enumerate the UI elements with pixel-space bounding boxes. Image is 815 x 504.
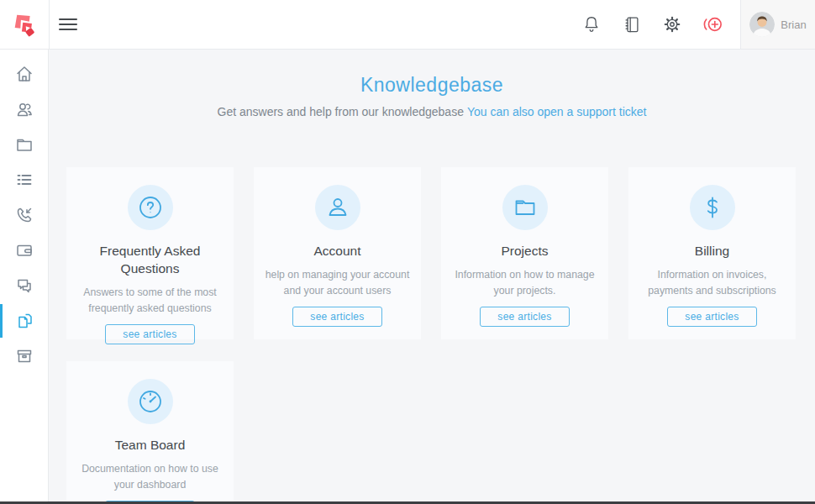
card-description: Information on invoices, payments and su… xyxy=(639,267,785,300)
sidebar-item-calls[interactable] xyxy=(0,197,48,233)
open-support-ticket-link[interactable]: You can also open a support ticket xyxy=(467,105,647,118)
card-title: Account xyxy=(266,243,409,260)
user-name: Brian xyxy=(781,18,806,31)
person-icon xyxy=(325,195,350,220)
top-bar: Brian xyxy=(0,0,815,50)
card-title: Team Board xyxy=(78,437,222,454)
quick-add-button[interactable] xyxy=(698,10,727,39)
menu-toggle-button[interactable] xyxy=(59,18,77,30)
card-faq: Frequently Asked Questions Answers to so… xyxy=(66,167,234,339)
users-icon xyxy=(15,100,34,118)
card-title: Projects xyxy=(453,243,597,260)
sidebar-item-payments[interactable] xyxy=(0,233,48,268)
app-window: Brian xyxy=(0,0,815,504)
card-icon-circle xyxy=(128,185,173,230)
sidebar-item-home[interactable] xyxy=(0,56,48,92)
card-icon-circle xyxy=(502,185,548,230)
card-icon-circle xyxy=(315,185,360,230)
gear-icon xyxy=(663,15,681,34)
see-articles-button-projects[interactable]: see articles xyxy=(480,307,569,327)
wallet-icon xyxy=(15,241,34,260)
avatar xyxy=(749,12,775,37)
sidebar-item-tasks[interactable] xyxy=(0,162,48,197)
card-account: Account help on managing your account an… xyxy=(254,167,421,339)
side-nav xyxy=(0,50,49,504)
card-title: Billing xyxy=(640,243,784,260)
notifications-button[interactable] xyxy=(577,10,606,39)
main-content: Knowledgebase Get answers and help from … xyxy=(49,50,815,504)
sidebar-item-projects[interactable] xyxy=(0,127,48,162)
see-articles-button-faq[interactable]: see articles xyxy=(105,324,194,344)
archive-icon xyxy=(15,347,34,365)
card-description: Information on how to manage your projec… xyxy=(452,267,597,300)
list-icon xyxy=(15,171,34,189)
page-subtitle: Get answers and help from our knowledgeb… xyxy=(49,105,815,118)
sidebar-item-contacts[interactable] xyxy=(0,92,48,127)
sidebar-item-knowledgebase[interactable] xyxy=(0,303,48,339)
folder-icon xyxy=(15,135,34,154)
sidebar-item-messages[interactable] xyxy=(0,268,48,303)
card-icon-circle xyxy=(690,185,735,230)
card-description: Answers to some of the most frequently a… xyxy=(77,285,223,318)
card-team-board: Team Board Documentation on how to use y… xyxy=(66,361,234,504)
brand-logo[interactable] xyxy=(0,0,50,49)
user-menu[interactable]: Brian xyxy=(740,0,815,49)
bell-icon xyxy=(582,15,601,34)
notes-button[interactable] xyxy=(618,10,646,39)
phone-incoming-icon xyxy=(15,206,34,224)
card-description: Documentation on how to use your dashboa… xyxy=(77,461,223,494)
card-title: Frequently Asked Questions xyxy=(78,243,222,278)
page-title: Knowledgebase xyxy=(49,74,815,97)
card-projects: Projects Information on how to manage yo… xyxy=(441,167,608,339)
card-billing: Billing Information on invoices, payment… xyxy=(628,167,796,339)
speedometer-icon xyxy=(138,389,163,414)
dollar-icon xyxy=(700,195,725,220)
see-articles-button-account[interactable]: see articles xyxy=(292,307,381,327)
brand-logo-icon xyxy=(8,8,40,40)
home-icon xyxy=(15,65,34,83)
see-articles-button-billing[interactable]: see articles xyxy=(667,307,756,327)
settings-button[interactable] xyxy=(658,10,686,39)
sidebar-item-archive[interactable] xyxy=(0,339,48,374)
quick-add-icon xyxy=(702,15,724,34)
notebook-icon xyxy=(623,15,641,34)
card-description: help on managing your account and your a… xyxy=(265,267,410,300)
card-grid: Frequently Asked Questions Answers to so… xyxy=(66,167,797,504)
card-icon-circle xyxy=(128,379,173,424)
folder-icon xyxy=(513,195,538,220)
documents-icon xyxy=(15,312,34,330)
question-circle-icon xyxy=(138,195,163,220)
chat-icon xyxy=(15,276,34,295)
subtitle-text: Get answers and help from our knowledgeb… xyxy=(218,105,464,118)
